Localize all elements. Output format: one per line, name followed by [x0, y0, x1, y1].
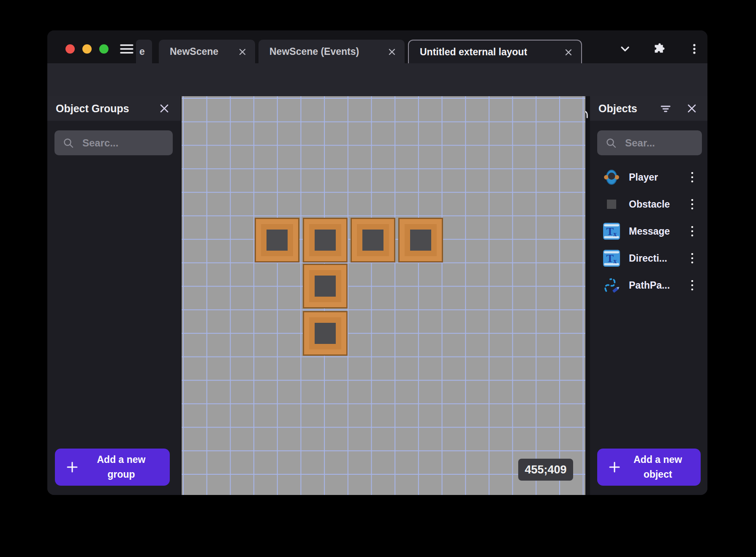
obstacle-instance[interactable]: [255, 218, 299, 262]
plus-icon: [608, 461, 621, 473]
svg-text:x: x: [613, 230, 617, 238]
scene-canvas[interactable]: 455;409: [182, 96, 585, 495]
main-menu-icon[interactable]: [120, 43, 133, 54]
objects-title: Objects: [598, 103, 637, 115]
obstacle-instance[interactable]: [398, 218, 443, 262]
svg-text:T: T: [606, 252, 614, 265]
close-panel-icon[interactable]: [159, 103, 170, 114]
svg-text:T: T: [606, 225, 614, 238]
toolbar: Preview Publish: [47, 63, 707, 96]
chevron-down-icon[interactable]: [619, 43, 631, 55]
tab-close-icon[interactable]: [388, 47, 396, 56]
obstacle-instance-core: [362, 230, 383, 251]
objects-search-input[interactable]: [624, 137, 689, 149]
more-options-icon[interactable]: [688, 43, 700, 55]
object-row-directions[interactable]: T x Directi...: [590, 245, 707, 272]
obstacle-instance-core: [315, 323, 336, 344]
object-menu-icon[interactable]: [688, 224, 696, 238]
cursor-coordinates-badge: 455;409: [518, 459, 573, 481]
tab-newscene-events[interactable]: NewScene (Events): [258, 40, 405, 63]
objects-panel: Objects: [590, 96, 707, 495]
add-object-label: Add a new object: [621, 452, 695, 482]
minimize-window-button[interactable]: [82, 44, 92, 54]
object-name: PathPa...: [629, 280, 670, 291]
object-groups-search-input[interactable]: [82, 137, 154, 149]
obstacle-instance-core: [315, 276, 336, 297]
search-icon: [606, 138, 617, 149]
object-row-pathpaint[interactable]: PathPa...: [590, 272, 707, 299]
tab-label: Untitled external layout: [409, 46, 527, 58]
object-name: Obstacle: [629, 199, 670, 210]
text-object-icon: T x: [603, 222, 620, 240]
tab-close-icon[interactable]: [564, 48, 573, 56]
object-groups-panel: Object Groups Add: [47, 96, 181, 495]
player-icon: [603, 168, 620, 186]
tab-truncated[interactable]: e: [136, 40, 152, 63]
close-window-button[interactable]: [65, 44, 75, 54]
text-object-icon: T x: [603, 249, 620, 267]
obstacle-instance[interactable]: [303, 218, 348, 262]
plus-icon: [66, 461, 79, 473]
objects-search[interactable]: [597, 130, 702, 155]
object-row-player[interactable]: Player: [590, 164, 707, 191]
app-window: e NewScene NewScene (Events) Untitled ex…: [47, 30, 707, 495]
object-name: Player: [629, 172, 658, 183]
add-group-button[interactable]: Add a new group: [55, 449, 170, 486]
titlebar: e NewScene NewScene (Events) Untitled ex…: [47, 30, 707, 63]
object-name: Directi...: [629, 253, 667, 264]
objects-header: Objects: [590, 96, 707, 121]
object-groups-search[interactable]: [54, 130, 173, 155]
tab-label: NewScene (Events): [258, 46, 359, 57]
extensions-puzzle-icon[interactable]: [653, 43, 665, 55]
obstacle-instance-core: [410, 230, 431, 251]
zoom-window-button[interactable]: [99, 44, 109, 54]
search-icon: [63, 138, 74, 149]
obstacle-instance-core: [267, 230, 288, 251]
object-menu-icon[interactable]: [688, 278, 696, 292]
obstacle-instance[interactable]: [303, 311, 348, 356]
tab-label: NewScene: [159, 46, 218, 57]
svg-text:x: x: [613, 257, 617, 265]
object-groups-title: Object Groups: [56, 103, 129, 115]
path-paint-icon: [603, 276, 620, 294]
tab-close-icon[interactable]: [238, 47, 247, 56]
obstacle-instance-core: [315, 230, 336, 251]
tab-untitled-external-layout[interactable]: Untitled external layout: [408, 40, 582, 63]
object-menu-icon[interactable]: [688, 251, 696, 265]
object-name: Message: [629, 226, 670, 237]
object-row-obstacle[interactable]: Obstacle: [590, 191, 707, 218]
filter-icon[interactable]: [660, 103, 671, 114]
tab-truncated-label: e: [139, 46, 145, 57]
close-panel-icon[interactable]: [686, 103, 697, 114]
obstacle-instance[interactable]: [351, 218, 395, 262]
obstacle-instance[interactable]: [303, 264, 348, 308]
screenshot-stage: e NewScene NewScene (Events) Untitled ex…: [0, 0, 756, 557]
object-row-message[interactable]: T x Message: [590, 218, 707, 245]
add-group-label: Add a new group: [79, 452, 164, 482]
obstacle-icon: [603, 195, 620, 213]
tab-newscene[interactable]: NewScene: [159, 40, 255, 63]
object-menu-icon[interactable]: [688, 197, 696, 211]
add-object-button[interactable]: Add a new object: [597, 449, 701, 486]
object-menu-icon[interactable]: [688, 170, 696, 184]
object-groups-header: Object Groups: [47, 96, 181, 121]
